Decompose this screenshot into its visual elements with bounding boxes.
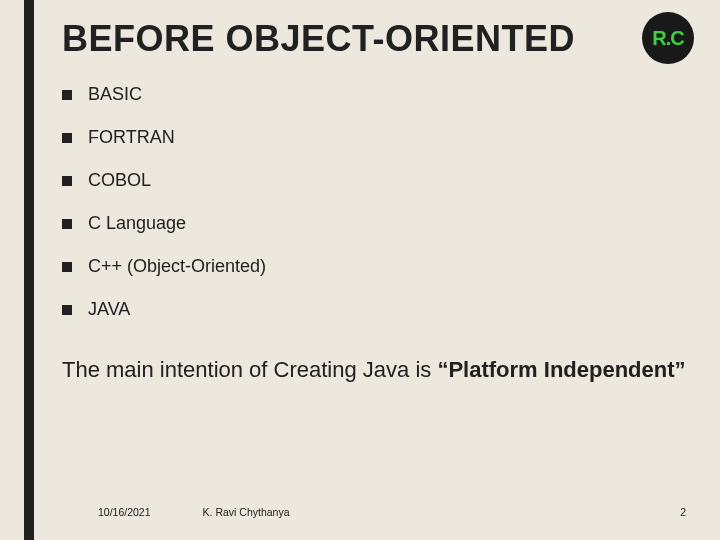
list-item-label: C++ (Object-Oriented) — [88, 256, 266, 277]
list-item: FORTRAN — [62, 127, 690, 148]
list-item: COBOL — [62, 170, 690, 191]
square-bullet-icon — [62, 305, 72, 315]
list-item-label: BASIC — [88, 84, 142, 105]
list-item: BASIC — [62, 84, 690, 105]
square-bullet-icon — [62, 133, 72, 143]
square-bullet-icon — [62, 90, 72, 100]
list-item-label: FORTRAN — [88, 127, 175, 148]
body-bold: “Platform Independent” — [437, 357, 685, 382]
slide-content: BEFORE OBJECT-ORIENTED BASIC FORTRAN COB… — [62, 18, 690, 522]
list-item: C Language — [62, 213, 690, 234]
square-bullet-icon — [62, 176, 72, 186]
list-item-label: C Language — [88, 213, 186, 234]
footer-page-number: 2 — [680, 506, 686, 518]
footer: 10/16/2021 K. Ravi Chythanya 2 — [62, 506, 690, 518]
list-item: JAVA — [62, 299, 690, 320]
list-item: C++ (Object-Oriented) — [62, 256, 690, 277]
square-bullet-icon — [62, 219, 72, 229]
accent-bar — [24, 0, 34, 540]
body-prefix: The main intention of Creating Java is — [62, 357, 437, 382]
bullet-list: BASIC FORTRAN COBOL C Language C++ (Obje… — [62, 84, 690, 320]
list-item-label: JAVA — [88, 299, 130, 320]
square-bullet-icon — [62, 262, 72, 272]
slide-title: BEFORE OBJECT-ORIENTED — [62, 18, 690, 60]
list-item-label: COBOL — [88, 170, 151, 191]
body-paragraph: The main intention of Creating Java is “… — [62, 356, 690, 384]
footer-date: 10/16/2021 — [98, 506, 151, 518]
footer-author: K. Ravi Chythanya — [203, 506, 290, 518]
